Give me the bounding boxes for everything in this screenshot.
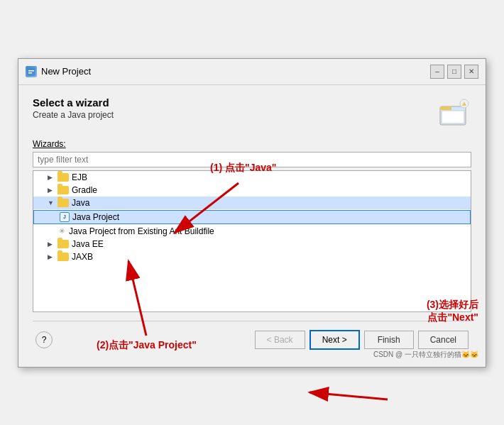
folder-icon xyxy=(57,240,69,248)
svg-rect-5 xyxy=(442,111,464,123)
tree-item-label: EJB xyxy=(72,172,87,182)
tree-item-ejb[interactable]: ▶ EJB xyxy=(33,171,471,184)
finish-button[interactable]: Finish xyxy=(364,331,414,349)
chevron-icon: ▶ xyxy=(48,174,55,181)
filter-input[interactable] xyxy=(33,152,471,167)
close-button[interactable]: ✕ xyxy=(464,65,478,79)
dialog-header-subtitle: Create a Java project xyxy=(33,110,114,120)
maximize-button[interactable]: □ xyxy=(447,65,461,79)
title-bar: New Project – □ ✕ xyxy=(18,59,486,85)
separator xyxy=(33,321,471,321)
chevron-icon: ▶ xyxy=(48,241,55,248)
tree-item-java-ee[interactable]: ▶ Java EE xyxy=(33,238,471,250)
tree-item-label: Java Project xyxy=(72,212,119,222)
back-button[interactable]: < Back xyxy=(255,331,305,349)
dialog-icon xyxy=(26,66,37,77)
folder-icon xyxy=(57,173,69,182)
credit-text: CSDN @ 一只特立独行的猫🐱🐱 xyxy=(373,350,478,360)
wizards-label: Wizards: xyxy=(33,139,471,149)
dialog-header-title: Select a wizard xyxy=(33,96,114,109)
tree-item-jaxb[interactable]: ▶ JAXB xyxy=(33,250,471,263)
next-button[interactable]: Next > xyxy=(309,330,360,350)
folder-icon xyxy=(57,253,69,261)
folder-icon xyxy=(57,199,69,207)
header-left: Select a wizard Create a Java project xyxy=(33,96,114,120)
chevron-icon: ▶ xyxy=(48,253,55,260)
dialog-body: Select a wizard Create a Java project Wi… xyxy=(18,85,486,367)
title-bar-left: New Project xyxy=(26,66,91,77)
new-project-dialog: New Project – □ ✕ Select a wizard Create… xyxy=(18,58,486,368)
svg-rect-1 xyxy=(28,70,34,72)
dialog-title: New Project xyxy=(41,66,91,77)
minimize-button[interactable]: – xyxy=(430,65,444,79)
title-controls: – □ ✕ xyxy=(430,65,478,79)
header-section: Select a wizard Create a Java project xyxy=(33,96,471,131)
tree-item-java-ant[interactable]: ✳ Java Project from Existing Ant Buildfi… xyxy=(33,225,471,238)
svg-rect-4 xyxy=(440,106,451,110)
wizard-icon xyxy=(437,96,471,131)
tree-item-label: Java EE xyxy=(72,239,104,249)
chevron-icon: ▼ xyxy=(48,199,55,206)
folder-icon xyxy=(57,186,69,194)
svg-rect-2 xyxy=(28,72,32,74)
tree-item-java[interactable]: ▼ Java xyxy=(33,197,471,209)
chevron-icon: ▶ xyxy=(48,187,55,194)
tree-item-java-project[interactable]: J Java Project xyxy=(33,210,471,224)
tree-item-label: Java xyxy=(72,198,89,208)
java-project-icon: J xyxy=(60,212,70,222)
help-button[interactable]: ? xyxy=(35,331,53,348)
cancel-button[interactable]: Cancel xyxy=(418,331,469,349)
svg-line-13 xyxy=(309,392,388,399)
tree-item-gradle[interactable]: ▶ Gradle xyxy=(33,184,471,197)
ant-icon: ✳ xyxy=(59,227,65,235)
wizard-tree[interactable]: ▶ EJB ▶ Gradle ▼ Java J Java Project xyxy=(33,170,471,312)
svg-rect-0 xyxy=(27,67,35,76)
tree-item-label: Java Project from Existing Ant Buildfile xyxy=(69,226,214,236)
tree-item-label: Gradle xyxy=(72,185,97,195)
tree-item-label: JAXB xyxy=(72,252,93,262)
